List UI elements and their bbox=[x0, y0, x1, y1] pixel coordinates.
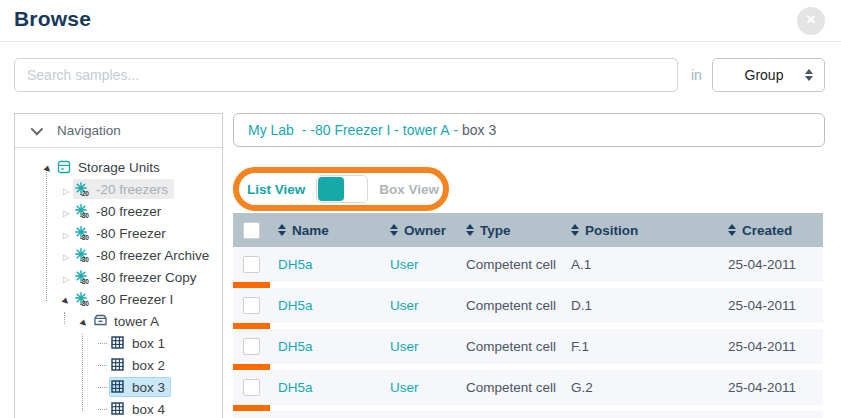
tree-item-label: -20 freezers bbox=[96, 182, 168, 197]
tree-expander-icon[interactable] bbox=[59, 182, 73, 197]
tree-expander-icon[interactable] bbox=[41, 160, 55, 175]
tree-item--80-freezer[interactable]: -80-80 freezer bbox=[15, 200, 222, 222]
cell-name[interactable]: DH5a bbox=[270, 257, 382, 272]
tree-item-wrap: tower A bbox=[91, 311, 165, 331]
column-header-label: Name bbox=[292, 223, 329, 238]
tree-connector bbox=[95, 336, 109, 351]
cell-created: 25-04-2011 bbox=[720, 298, 823, 313]
tree-item-wrap: Storage Units bbox=[55, 157, 166, 177]
cell-position: F.1 bbox=[563, 339, 720, 354]
column-header-label: Created bbox=[742, 223, 792, 238]
tree-item-storage-units[interactable]: Storage Units bbox=[15, 156, 222, 178]
tree-item--80-freezer-archive[interactable]: -80-80 freezer Archive bbox=[15, 244, 222, 266]
tree-item-label: tower A bbox=[114, 314, 159, 329]
row-checkbox[interactable] bbox=[243, 297, 260, 314]
row-checkbox-cell bbox=[233, 379, 270, 396]
column-header-created[interactable]: Created bbox=[720, 223, 823, 238]
table-header-checkbox-cell bbox=[233, 222, 270, 239]
tree-connector bbox=[95, 380, 109, 395]
box-view-label[interactable]: Box View bbox=[379, 182, 439, 197]
tree-expander-icon[interactable] bbox=[59, 226, 73, 241]
tree-item--80-freezer-i[interactable]: -80-80 Freezer I bbox=[15, 288, 222, 310]
breadcrumb-separator: - bbox=[450, 122, 462, 138]
browse-dialog: Browse × in Group Navigation Storage Uni… bbox=[0, 0, 841, 418]
column-header-label: Owner bbox=[404, 223, 446, 238]
tree-item-box-4[interactable]: box 4 bbox=[15, 398, 222, 418]
table-row bbox=[233, 411, 823, 418]
breadcrumb-segment--80-freezer-i[interactable]: -80 Freezer I bbox=[310, 122, 390, 138]
column-header-owner[interactable]: Owner bbox=[382, 223, 458, 238]
tree-item--80-freezer-copy[interactable]: -80-80 freezer Copy bbox=[15, 266, 222, 288]
tree-item-label: box 2 bbox=[132, 358, 165, 373]
table-row: DH5aUserCompetent cellG.225-04-2011 bbox=[233, 370, 823, 405]
sort-icon bbox=[728, 224, 736, 236]
tree-expander-icon[interactable] bbox=[59, 248, 73, 263]
cell-position: A.1 bbox=[563, 257, 720, 272]
tree-item-wrap: -80-80 freezer bbox=[73, 201, 167, 221]
tree-item-wrap: box 3 bbox=[109, 377, 171, 397]
column-header-position[interactable]: Position bbox=[563, 223, 720, 238]
column-header-type[interactable]: Type bbox=[458, 223, 563, 238]
tree-item-box-2[interactable]: box 2 bbox=[15, 354, 222, 376]
cell-position: D.1 bbox=[563, 298, 720, 313]
breadcrumb-segment-my-lab[interactable]: My Lab bbox=[248, 122, 298, 138]
cell-name[interactable]: DH5a bbox=[270, 380, 382, 395]
table-row: DH5aUserCompetent cellA.125-04-2011 bbox=[233, 247, 823, 282]
tree-expander-icon[interactable] bbox=[59, 292, 73, 307]
select-arrows-icon bbox=[805, 69, 813, 81]
tree-item-wrap: box 2 bbox=[109, 355, 171, 375]
view-toggle-switch[interactable] bbox=[316, 175, 368, 203]
sort-icon bbox=[390, 224, 398, 236]
box-icon bbox=[111, 357, 129, 373]
tree-item--20-freezers[interactable]: -20-20 freezers bbox=[15, 178, 222, 200]
cell-name[interactable]: DH5a bbox=[270, 339, 382, 354]
nav-tree: Storage Units-20-20 freezers-80-80 freez… bbox=[15, 148, 222, 418]
freezer-icon: -80 bbox=[75, 225, 93, 241]
search-input[interactable] bbox=[14, 58, 678, 92]
tree-expander-icon[interactable] bbox=[59, 204, 73, 219]
box-icon bbox=[111, 335, 129, 351]
cell-type: Competent cell bbox=[458, 257, 563, 272]
select-all-checkbox[interactable] bbox=[243, 222, 260, 239]
tree-item-label: -80 Freezer bbox=[96, 226, 166, 241]
freezer-icon: -80 bbox=[75, 291, 93, 307]
freezer-temp-badge: -80 bbox=[80, 234, 89, 241]
column-header-name[interactable]: Name bbox=[270, 223, 382, 238]
close-icon[interactable]: × bbox=[797, 7, 825, 35]
freezer-temp-badge: -80 bbox=[80, 278, 89, 285]
breadcrumb-separator: - bbox=[298, 122, 310, 138]
cell-created: 25-04-2011 bbox=[720, 380, 823, 395]
tree-expander-icon[interactable] bbox=[77, 314, 91, 329]
breadcrumb-separator: - bbox=[390, 122, 402, 138]
cell-owner[interactable]: User bbox=[382, 339, 458, 354]
tree-item-label: box 3 bbox=[132, 380, 165, 395]
row-checkbox[interactable] bbox=[243, 338, 260, 355]
cell-owner[interactable]: User bbox=[382, 257, 458, 272]
table-body: DH5aUserCompetent cellA.125-04-2011DH5aU… bbox=[233, 247, 823, 418]
list-view-label[interactable]: List View bbox=[247, 182, 305, 197]
row-checkbox-cell bbox=[233, 297, 270, 314]
cell-created: 25-04-2011 bbox=[720, 339, 823, 354]
cell-owner[interactable]: User bbox=[382, 298, 458, 313]
cell-name[interactable]: DH5a bbox=[270, 298, 382, 313]
tree-item-wrap: -80-80 freezer Archive bbox=[73, 245, 215, 265]
box-icon bbox=[111, 379, 129, 395]
cell-position: G.2 bbox=[563, 380, 720, 395]
tree-item--80-freezer[interactable]: -80-80 Freezer bbox=[15, 222, 222, 244]
row-checkbox[interactable] bbox=[243, 256, 260, 273]
row-checkbox[interactable] bbox=[243, 379, 260, 396]
freezer-icon: -80 bbox=[75, 269, 93, 285]
annotation-highlight: List View Box View bbox=[233, 167, 449, 211]
table-row: DH5aUserCompetent cellD.125-04-2011 bbox=[233, 288, 823, 323]
tree-item-tower-a[interactable]: tower A bbox=[15, 310, 222, 332]
sort-icon bbox=[466, 224, 474, 236]
navigation-panel-header[interactable]: Navigation bbox=[15, 114, 222, 148]
sort-icon bbox=[278, 224, 286, 236]
cell-owner[interactable]: User bbox=[382, 380, 458, 395]
tree-expander-icon[interactable] bbox=[59, 270, 73, 285]
search-scope-select[interactable]: Group bbox=[712, 58, 825, 92]
breadcrumb-segment-tower-a[interactable]: tower A bbox=[403, 122, 450, 138]
toggle-knob bbox=[318, 177, 344, 201]
tree-item-box-1[interactable]: box 1 bbox=[15, 332, 222, 354]
tree-item-box-3[interactable]: box 3 bbox=[15, 376, 222, 398]
